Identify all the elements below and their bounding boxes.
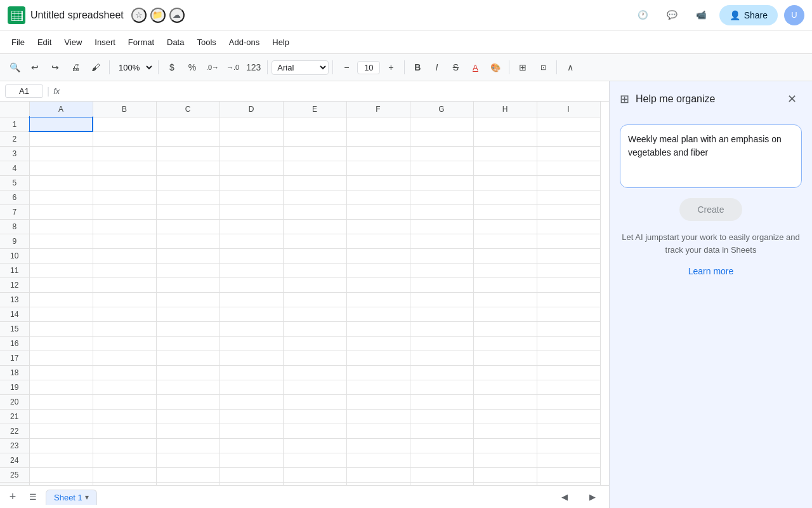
- cell-i13[interactable]: [537, 292, 600, 307]
- cell-e8[interactable]: [283, 219, 346, 234]
- cell-i11[interactable]: [537, 263, 600, 277]
- create-button[interactable]: Create: [679, 198, 742, 221]
- cell-i2[interactable]: [537, 131, 600, 146]
- cell-b12[interactable]: [93, 277, 156, 292]
- cell-b14[interactable]: [93, 307, 156, 321]
- cell-b2[interactable]: [93, 131, 156, 146]
- cell-d19[interactable]: [219, 380, 283, 394]
- cell-i8[interactable]: [537, 219, 600, 234]
- cell-c12[interactable]: [156, 277, 219, 292]
- cell-h17[interactable]: [473, 351, 537, 365]
- cell-f6[interactable]: [346, 190, 410, 204]
- cell-b17[interactable]: [93, 351, 156, 365]
- menu-file[interactable]: File: [5, 35, 31, 50]
- cell-d11[interactable]: [219, 263, 283, 277]
- cell-d6[interactable]: [219, 190, 283, 204]
- row-number-13[interactable]: 13: [0, 292, 29, 307]
- cell-i24[interactable]: [537, 453, 600, 467]
- cell-f20[interactable]: [346, 394, 410, 409]
- cell-g23[interactable]: [410, 438, 473, 453]
- cell-g13[interactable]: [410, 292, 473, 307]
- cell-b7[interactable]: [93, 204, 156, 219]
- cell-c1[interactable]: [156, 117, 219, 131]
- row-number-18[interactable]: 18: [0, 365, 29, 380]
- cell-c25[interactable]: [156, 467, 219, 482]
- cell-b23[interactable]: [93, 438, 156, 453]
- cell-f8[interactable]: [346, 219, 410, 234]
- panel-close-button[interactable]: ✕: [782, 89, 802, 109]
- paint-format-btn[interactable]: 🖌: [86, 58, 105, 77]
- cell-a24[interactable]: [29, 453, 93, 467]
- merge-btn[interactable]: ⊡: [534, 58, 553, 77]
- cell-b8[interactable]: [93, 219, 156, 234]
- folder-icon[interactable]: 📁: [150, 8, 166, 23]
- cell-i25[interactable]: [537, 467, 600, 482]
- row-number-17[interactable]: 17: [0, 351, 29, 365]
- cell-c4[interactable]: [156, 161, 219, 175]
- cell-f24[interactable]: [346, 453, 410, 467]
- cell-a5[interactable]: [29, 175, 93, 190]
- cell-c17[interactable]: [156, 351, 219, 365]
- row-number-2[interactable]: 2: [0, 131, 29, 146]
- cell-e3[interactable]: [283, 146, 346, 161]
- cell-g19[interactable]: [410, 380, 473, 394]
- cell-f10[interactable]: [346, 248, 410, 263]
- cell-f9[interactable]: [346, 234, 410, 248]
- cell-e26[interactable]: [283, 482, 346, 485]
- add-sheet-button[interactable]: +: [5, 490, 20, 505]
- cell-e9[interactable]: [283, 234, 346, 248]
- fill-color-btn[interactable]: 🎨: [486, 58, 505, 77]
- italic-btn[interactable]: I: [428, 58, 445, 76]
- cell-b21[interactable]: [93, 409, 156, 424]
- history-icon[interactable]: 🕐: [632, 4, 655, 27]
- learn-more-link[interactable]: Learn more: [620, 266, 802, 276]
- cell-a8[interactable]: [29, 219, 93, 234]
- cell-f15[interactable]: [346, 321, 410, 336]
- row-number-21[interactable]: 21: [0, 409, 29, 424]
- row-number-15[interactable]: 15: [0, 321, 29, 336]
- decimal-decrease-btn[interactable]: →.0: [223, 58, 242, 77]
- row-number-14[interactable]: 14: [0, 307, 29, 321]
- search-toolbar-btn[interactable]: 🔍: [5, 58, 24, 77]
- font-size-input[interactable]: [357, 61, 380, 74]
- cell-c22[interactable]: [156, 424, 219, 438]
- cell-f16[interactable]: [346, 336, 410, 351]
- cell-a10[interactable]: [29, 248, 93, 263]
- cell-i22[interactable]: [537, 424, 600, 438]
- menu-insert[interactable]: Insert: [88, 35, 122, 50]
- cell-i10[interactable]: [537, 248, 600, 263]
- cell-f26[interactable]: [346, 482, 410, 485]
- cell-h15[interactable]: [473, 321, 537, 336]
- cell-i14[interactable]: [537, 307, 600, 321]
- percent-btn[interactable]: %: [183, 58, 202, 77]
- cell-g10[interactable]: [410, 248, 473, 263]
- cell-a4[interactable]: [29, 161, 93, 175]
- menu-addons[interactable]: Add-ons: [223, 35, 266, 50]
- cell-e21[interactable]: [283, 409, 346, 424]
- cell-g5[interactable]: [410, 175, 473, 190]
- cell-c11[interactable]: [156, 263, 219, 277]
- cell-a23[interactable]: [29, 438, 93, 453]
- cell-h12[interactable]: [473, 277, 537, 292]
- cell-g7[interactable]: [410, 204, 473, 219]
- sheet-tab-1[interactable]: Sheet 1 ▾: [46, 490, 97, 505]
- cell-b15[interactable]: [93, 321, 156, 336]
- cell-b18[interactable]: [93, 365, 156, 380]
- cell-i4[interactable]: [537, 161, 600, 175]
- cell-a21[interactable]: [29, 409, 93, 424]
- cell-h7[interactable]: [473, 204, 537, 219]
- cell-b11[interactable]: [93, 263, 156, 277]
- cell-g25[interactable]: [410, 467, 473, 482]
- cell-g3[interactable]: [410, 146, 473, 161]
- cell-e24[interactable]: [283, 453, 346, 467]
- share-button[interactable]: 👤 Share: [719, 5, 778, 25]
- cell-g24[interactable]: [410, 453, 473, 467]
- cell-d5[interactable]: [219, 175, 283, 190]
- cell-a6[interactable]: [29, 190, 93, 204]
- cell-h18[interactable]: [473, 365, 537, 380]
- cell-i1[interactable]: [537, 117, 600, 131]
- row-number-5[interactable]: 5: [0, 175, 29, 190]
- cell-d13[interactable]: [219, 292, 283, 307]
- cell-e12[interactable]: [283, 277, 346, 292]
- cell-g20[interactable]: [410, 394, 473, 409]
